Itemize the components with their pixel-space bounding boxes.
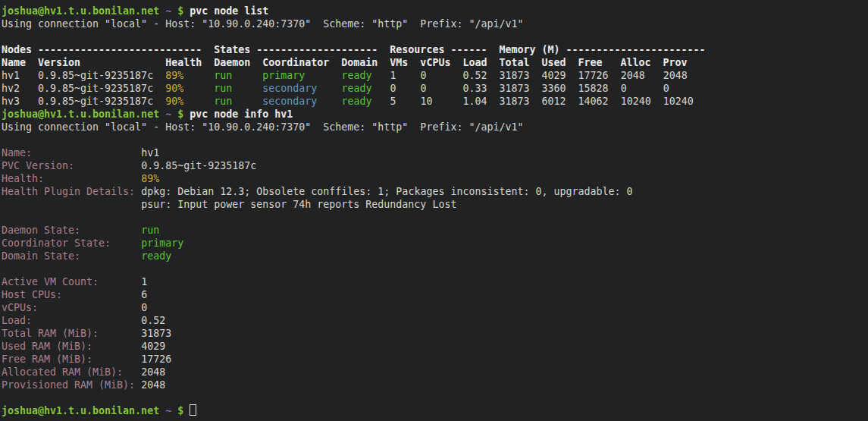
info-value-coordinator-state: primary — [141, 237, 183, 249]
table-column-header: Name Version Health Daemon Coordinator D… — [2, 56, 868, 69]
gap — [92, 353, 141, 365]
command-pvc-node-list: pvc node list — [183, 5, 268, 17]
prompt-line-1: joshua@hv1.t.u.bonilan.net ~ $ pvc node … — [2, 5, 868, 17]
info-label: Name: — [2, 147, 32, 159]
space — [171, 108, 177, 120]
table-row-hv1: hv1 0.9.85~git-9235187c 89% run primary … — [2, 69, 868, 82]
info-label: vCPUs: — [2, 302, 38, 313]
prompt-symbol: $ — [177, 108, 183, 120]
info-row-pvc-version: PVC Version: 0.9.85~git-9235187c — [2, 159, 868, 172]
section-header-text: Nodes --------------------------- States… — [2, 44, 706, 55]
info-label: Provisioned RAM (MiB): — [2, 379, 135, 391]
info-label: Health: — [2, 173, 44, 184]
space — [159, 405, 165, 416]
gap — [32, 147, 141, 159]
info-value-health: 89% — [141, 173, 159, 184]
prompt-symbol: $ — [177, 5, 183, 17]
info-value: 0.52 — [141, 315, 165, 326]
info-label: Health Plugin Details: — [2, 186, 135, 197]
connection-info: Using connection "local" - Host: "10.90.… — [2, 18, 523, 30]
info-row-used-ram: Used RAM (MiB): 4029 — [2, 340, 868, 353]
info-row-name: Name: hv1 — [2, 146, 868, 159]
gap — [232, 83, 262, 94]
cell-domain-state: ready — [341, 83, 371, 94]
prompt-user-host: joshua@hv1.t.u.bonilan.net — [2, 108, 159, 120]
cell-coordinator-state: secondary — [262, 83, 317, 94]
space — [159, 5, 165, 17]
info-row-health: Health: 89% — [2, 172, 868, 185]
info-row-vcpus: vCPUs: 0 — [2, 301, 868, 314]
cell-daemon-state: run — [214, 96, 232, 107]
prompt-symbol: $ — [177, 405, 183, 416]
blank-line — [2, 391, 868, 404]
prompt-cwd: ~ — [165, 108, 171, 120]
info-row-allocated-ram: Allocated RAM (MiB): 2048 — [2, 366, 868, 379]
prompt-line-3: joshua@hv1.t.u.bonilan.net ~ $ — [2, 404, 868, 417]
info-value: 0.9.85~git-9235187c — [141, 160, 256, 171]
info-value: psur: Input power sensor 74h reports Red… — [141, 199, 456, 210]
prompt-user-host: joshua@hv1.t.u.bonilan.net — [2, 405, 159, 416]
info-row-domain-state: Domain State: ready — [2, 250, 868, 262]
cell-health: 90% — [165, 83, 183, 94]
info-label: Host CPUs: — [2, 289, 62, 300]
info-label: Used RAM (MiB): — [2, 341, 92, 352]
connection-info: Using connection "local" - Host: "10.90.… — [2, 121, 523, 133]
info-value: 2048 — [141, 379, 165, 391]
space — [159, 108, 165, 120]
info-row-free-ram: Free RAM (MiB): 17726 — [2, 353, 868, 366]
info-value: 31873 — [141, 328, 171, 339]
gap — [99, 328, 141, 339]
info-row-daemon-state: Daemon State: run — [2, 224, 868, 237]
cell-resources-memory: 5 10 1.04 31873 6012 14062 10240 10240 — [371, 96, 693, 107]
info-value: 1 — [141, 276, 147, 287]
prompt-cwd: ~ — [165, 5, 171, 17]
gap — [62, 289, 141, 300]
gap — [317, 96, 341, 107]
info-row-health-plugin-details: Health Plugin Details: dpkg: Debian 12.3… — [2, 185, 868, 198]
blank-line — [2, 211, 868, 224]
info-value: 6 — [141, 289, 147, 300]
info-row-load: Load: 0.52 — [2, 314, 868, 327]
blank-line — [2, 134, 868, 146]
info-label: Coordinator State: — [2, 237, 111, 249]
info-value-daemon-state: run — [141, 225, 159, 236]
gap — [123, 366, 141, 378]
table-row-hv2: hv2 0.9.85~git-9235187c 90% run secondar… — [2, 82, 868, 95]
space — [171, 405, 177, 416]
info-label: Active VM Count: — [2, 276, 99, 287]
cell-domain-state: ready — [341, 70, 371, 81]
info-label: Daemon State: — [2, 225, 80, 236]
info-label: Total RAM (MiB): — [2, 328, 99, 339]
gap — [135, 379, 141, 391]
prompt-line-2: joshua@hv1.t.u.bonilan.net ~ $ pvc node … — [2, 108, 868, 121]
column-header-text: Name Version Health Daemon Coordinator D… — [2, 57, 688, 68]
info-label: Load: — [2, 315, 32, 326]
terminal-screen[interactable]: joshua@hv1.t.u.bonilan.net ~ $ pvc node … — [0, 0, 868, 421]
info-label: Allocated RAM (MiB): — [2, 366, 123, 378]
blank-line — [2, 30, 868, 43]
info-value-domain-state: ready — [141, 250, 171, 262]
info-value: 4029 — [141, 341, 165, 352]
space — [183, 405, 190, 416]
table-row-hv3: hv3 0.9.85~git-9235187c 90% run secondar… — [2, 95, 868, 108]
gap — [38, 302, 141, 313]
space — [171, 5, 177, 17]
prompt-user-host: joshua@hv1.t.u.bonilan.net — [2, 5, 159, 17]
gap — [80, 225, 141, 236]
gap — [232, 96, 262, 107]
gap — [135, 186, 141, 197]
cell-daemon-state: run — [214, 83, 232, 94]
gap — [111, 237, 141, 249]
cell-coordinator-state: secondary — [262, 96, 317, 107]
gap — [74, 160, 141, 171]
cell-name-version: hv2 0.9.85~git-9235187c — [2, 83, 165, 94]
gap — [32, 315, 141, 326]
info-row-host-cpus: Host CPUs: 6 — [2, 288, 868, 301]
gap — [92, 341, 141, 352]
gap — [183, 96, 214, 107]
gap — [44, 173, 141, 184]
terminal-cursor — [190, 404, 196, 416]
gap — [317, 83, 341, 94]
gap — [99, 276, 141, 287]
info-row-provisioned-ram: Provisioned RAM (MiB): 2048 — [2, 379, 868, 391]
